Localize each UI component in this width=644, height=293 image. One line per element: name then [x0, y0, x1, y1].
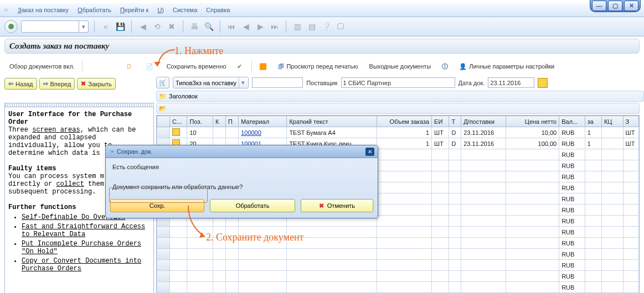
help-link[interactable]: Fast and Straightforward Access to Relev…: [22, 223, 150, 238]
doc-number-input[interactable]: [252, 77, 303, 88]
doc-type-cart-button[interactable]: 🛒: [156, 77, 169, 88]
output-docs-button[interactable]: Выходные документы: [365, 60, 435, 73]
find-icon: 🔍: [203, 21, 214, 32]
column-header[interactable]: ЕИ: [432, 116, 449, 127]
messages-button[interactable]: 🟧: [255, 60, 271, 73]
dropdown-icon[interactable]: ▾: [79, 21, 88, 32]
menu-item[interactable]: Система: [168, 7, 202, 13]
back-history-icon: «: [100, 21, 111, 32]
new-session-icon: ▥: [292, 21, 303, 32]
column-header[interactable]: Поз.: [187, 116, 213, 127]
column-header[interactable]: Материал: [239, 116, 287, 127]
info-button[interactable]: ⓘ: [438, 60, 452, 73]
help-heading-1: User Interface for the Purchase Order: [8, 111, 132, 126]
table-row[interactable]: 10100000TEST Бумага А41ШТD23.11.201610,0…: [157, 127, 639, 138]
window-controls: — ▢ ✕: [590, 0, 641, 12]
items-toggle[interactable]: 📂: [156, 103, 640, 114]
minimize-button[interactable]: —: [592, 1, 606, 11]
dialog-close-button[interactable]: ✕: [365, 148, 374, 156]
nav-close-button[interactable]: ✖Закрыть: [77, 78, 115, 90]
preview-icon: 🗐: [278, 63, 284, 70]
check-icon: ✔: [237, 63, 242, 70]
column-header[interactable]: К: [213, 116, 226, 127]
help-link[interactable]: Put Incomplete Purchase Orders "On Hold": [22, 240, 150, 255]
material-link[interactable]: 100000: [241, 129, 261, 136]
column-header[interactable]: КЦ: [601, 116, 623, 127]
prev-page-icon: ◀: [240, 21, 251, 32]
next-page-icon: ▶: [255, 21, 266, 32]
arrow-left-icon: ⇦: [8, 80, 13, 87]
column-header[interactable]: Д/поставки: [461, 116, 506, 127]
table-row[interactable]: RUB: [157, 227, 639, 238]
help-link[interactable]: Copy or Convert Documents into Purchase …: [22, 257, 150, 273]
command-field[interactable]: ▾: [21, 20, 89, 33]
save-doc-dialog: ☞ Сохран. док. ✕ Есть сообщения Документ…: [105, 145, 378, 218]
column-header[interactable]: З: [623, 116, 638, 127]
header-toggle[interactable]: 📁 Заголовок: [156, 91, 644, 102]
supplier-input[interactable]: 1 СБИС Партнер: [341, 77, 455, 88]
command-icon[interactable]: ☞: [3, 7, 9, 14]
column-header[interactable]: Цена нетто: [506, 116, 559, 127]
column-header[interactable]: Вал...: [559, 116, 585, 127]
table-row[interactable]: RUB: [157, 282, 639, 293]
first-page-icon: ⏮: [226, 21, 237, 32]
column-header[interactable]: С...: [170, 116, 187, 127]
column-header[interactable]: Краткий текст: [287, 116, 377, 127]
page-title: Создать заказ на поставку: [4, 39, 640, 54]
column-header[interactable]: П: [225, 116, 238, 127]
dialog-text: Есть сообщения: [112, 164, 371, 170]
column-header[interactable]: за: [585, 116, 601, 127]
personal-settings-button[interactable]: 👤Личные параметры настройки: [455, 60, 558, 73]
save-temp-button[interactable]: Сохранить временно: [163, 60, 230, 73]
enter-button[interactable]: [4, 20, 18, 33]
print-preview-button[interactable]: 🗐Просмотр перед печатью: [274, 60, 362, 73]
last-page-icon: ⏭: [269, 21, 280, 32]
nav-back-button[interactable]: ⇦Назад: [4, 78, 37, 90]
table-row[interactable]: RUB: [157, 271, 639, 282]
layout-icon: 🖵: [335, 21, 346, 32]
dialog-icon: ☞: [109, 148, 115, 155]
menu-item[interactable]: Перейти к: [116, 7, 153, 13]
open-doc-icon: 📄: [146, 63, 153, 70]
menu-item[interactable]: U): [153, 7, 168, 13]
nav-fwd-button[interactable]: ⇨Вперед: [39, 78, 75, 90]
up-icon: ⟲: [152, 21, 163, 32]
table-row[interactable]: RUB: [157, 249, 639, 260]
chevron-down-icon[interactable]: ▾: [239, 77, 247, 88]
close-icon: ✖: [81, 80, 86, 87]
dialog-process-button[interactable]: Обработать: [210, 199, 295, 212]
cancel-icon: ✖: [319, 202, 324, 210]
info-icon: ⓘ: [442, 62, 448, 71]
menu-item[interactable]: Обработать: [73, 7, 116, 13]
dialog-cancel-button[interactable]: ✖Отменить: [301, 199, 373, 212]
help-icon: ❔: [321, 21, 332, 32]
shortcut-icon: ▤: [306, 21, 317, 32]
close-window-button[interactable]: ✕: [624, 1, 638, 11]
table-row[interactable]: RUB: [157, 238, 639, 249]
messages-icon: 🟧: [259, 63, 267, 70]
folder-icon: 📁: [159, 93, 167, 100]
display-button[interactable]: 📄: [142, 60, 159, 73]
dialog-title: Сохран. док.: [117, 148, 152, 155]
menubar: ☞ Заказ на поставкуОбработатьПерейти кU)…: [0, 3, 644, 17]
column-header[interactable]: Объем заказа: [377, 116, 432, 127]
doc-date-input[interactable]: 23.11.2016: [488, 77, 534, 88]
supplier-label: Поставщик: [306, 80, 337, 86]
maximize-button[interactable]: ▢: [608, 1, 622, 11]
actionbar: Обзор документов вкл. 🗋 📄 Сохранить врем…: [0, 56, 644, 77]
date-warning-icon[interactable]: [538, 78, 548, 88]
create-button[interactable]: 🗋: [122, 60, 138, 73]
docs-overview-button[interactable]: Обзор документов вкл.: [6, 60, 79, 73]
column-header[interactable]: Т: [449, 116, 461, 127]
menu-item[interactable]: Заказ на поставку: [13, 7, 73, 13]
check-button[interactable]: ✔: [233, 60, 248, 73]
doc-type-select[interactable]: ТиповЗкз на поставку▾: [173, 77, 249, 88]
exit-icon: ✖: [166, 21, 177, 32]
menu-item[interactable]: Справка: [202, 7, 234, 13]
status-warning-icon: [172, 128, 180, 136]
cart-icon: 🛒: [159, 79, 167, 86]
dialog-save-button[interactable]: Сохр.: [110, 199, 204, 212]
doc-date-label: Дата док.: [458, 80, 485, 86]
help-heading-3: Further functions: [8, 203, 76, 211]
table-row[interactable]: RUB: [157, 260, 639, 271]
